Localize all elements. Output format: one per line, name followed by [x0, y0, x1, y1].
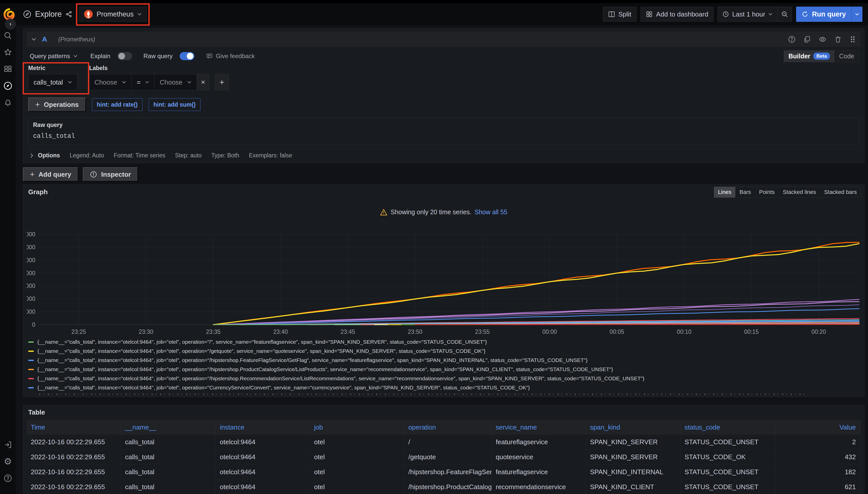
table-row[interactable]: 2022-10-16 00:22:29.655calls_totalotelco…: [27, 450, 861, 464]
add-to-dashboard-button[interactable]: Add to dashboard: [640, 7, 713, 22]
legend-item[interactable]: {__name__="calls_total", instance="otelc…: [28, 383, 861, 392]
table-cell: /hipstershop.FeatureFlagServi...: [404, 464, 492, 479]
legend-item[interactable]: {__name__="calls_total", instance="otelc…: [28, 346, 861, 356]
split-button[interactable]: Split: [603, 7, 637, 22]
graph-style-bars[interactable]: Bars: [735, 187, 755, 197]
option-summary-item: Step: auto: [175, 152, 202, 159]
add-query-button[interactable]: + Add query: [23, 167, 78, 182]
graph-style-lines[interactable]: Lines: [714, 187, 736, 197]
hide-response-eye-icon[interactable]: [818, 36, 827, 43]
table-cell: /: [404, 435, 492, 449]
give-feedback-link[interactable]: Give feedback: [206, 53, 255, 60]
share-icon[interactable]: [65, 11, 72, 18]
search-icon[interactable]: [3, 31, 13, 40]
table-cell: 182: [775, 464, 861, 479]
table-cell: calls_total: [121, 464, 216, 479]
metric-select[interactable]: calls_total: [28, 74, 77, 90]
column-header-statuscode[interactable]: status_code: [681, 420, 775, 435]
hint-add-sum-button[interactable]: hint: add sum(): [149, 98, 200, 111]
chevron-down-icon: [73, 54, 78, 58]
column-header-servicename[interactable]: service_name: [492, 420, 586, 435]
legend-item[interactable]: {__name__="calls_total", instance="otelc…: [28, 374, 861, 383]
add-operation-button[interactable]: + Operations: [28, 97, 86, 112]
run-query-dropdown[interactable]: [851, 6, 863, 22]
warning-triangle-icon: [380, 209, 387, 216]
warning-text: Showing only 20 time series.: [391, 208, 471, 216]
table-cell: otel: [310, 479, 404, 494]
column-header-name[interactable]: __name__: [121, 420, 216, 435]
chevron-down-icon: [122, 80, 126, 84]
legend-item[interactable]: {__name__="calls_total", instance="otelc…: [28, 365, 861, 374]
show-all-series-link[interactable]: Show all 55: [474, 208, 507, 216]
legend-item[interactable]: {__name__="calls_total", instance="otelc…: [28, 337, 861, 346]
explain-toggle[interactable]: [117, 52, 132, 60]
hint-add-rate-button[interactable]: hint: add rate(): [92, 98, 143, 111]
explain-label: Explain: [90, 53, 110, 60]
code-tab[interactable]: Code: [834, 51, 859, 62]
column-header-time[interactable]: Time: [27, 420, 121, 435]
star-icon[interactable]: [3, 48, 13, 57]
run-query-button[interactable]: Run query: [796, 6, 851, 22]
query-patterns-button[interactable]: Query patterns: [28, 52, 79, 60]
table-row[interactable]: 2022-10-16 00:22:29.655calls_totalotelco…: [27, 435, 861, 450]
time-series-chart[interactable]: 0200040006000800010000120001400023:2523:…: [27, 227, 861, 336]
table-panel-title: Table: [23, 405, 864, 416]
legend-item[interactable]: {__name__="calls_total", instance="otelc…: [28, 356, 861, 365]
table-cell: otelcol:9464: [216, 464, 310, 479]
split-icon: [608, 11, 615, 17]
zoom-out-time-button[interactable]: [777, 7, 792, 22]
option-summary-item: Legend: Auto: [70, 152, 104, 159]
svg-text:23:25: 23:25: [71, 328, 86, 335]
builder-tab[interactable]: Builder Beta: [784, 51, 834, 62]
graph-style-stacked-bars[interactable]: Stacked bars: [820, 187, 861, 197]
alerting-bell-icon[interactable]: [3, 98, 13, 107]
run-query-split-button: Run query: [796, 6, 863, 22]
column-header-operation[interactable]: operation: [404, 420, 492, 435]
dashboards-icon[interactable]: [3, 64, 13, 74]
left-sidebar: ⚙: [0, 25, 16, 494]
datasource-picker[interactable]: Prometheus: [79, 7, 147, 22]
time-range-button[interactable]: Last 1 hour: [718, 7, 777, 22]
sync-icon: [802, 11, 808, 18]
gear-icon[interactable]: ⚙: [3, 457, 13, 466]
help-icon[interactable]: [3, 474, 13, 483]
column-header-instance[interactable]: instance: [216, 420, 310, 435]
query-help-icon[interactable]: [788, 36, 796, 43]
datasource-name: Prometheus: [96, 11, 134, 18]
graph-style-points[interactable]: Points: [755, 187, 779, 197]
drag-grip-icon[interactable]: [849, 36, 856, 43]
raw-query-toggle[interactable]: [180, 52, 194, 60]
label-operator-select[interactable]: =: [132, 74, 155, 90]
label-value-select[interactable]: Choose: [155, 74, 197, 90]
sign-in-icon[interactable]: [3, 440, 13, 449]
legend-series-color: [28, 369, 34, 370]
chevron-down-icon: [145, 80, 149, 84]
metric-value: calls_total: [34, 78, 63, 86]
sidebar-expand-button[interactable]: ›: [5, 19, 16, 30]
builder-label: Builder: [789, 53, 810, 60]
graph-style-stacked-lines[interactable]: Stacked lines: [779, 187, 820, 197]
column-header-spankind[interactable]: span_kind: [586, 420, 681, 435]
column-header-value[interactable]: Value: [775, 420, 861, 435]
explore-compass-icon[interactable]: [3, 81, 13, 90]
chevron-down-icon: [137, 12, 142, 17]
labels-label: Labels: [89, 65, 229, 72]
copy-query-icon[interactable]: [803, 36, 811, 43]
inspector-button[interactable]: Inspector: [83, 167, 138, 182]
grafana-logo[interactable]: [3, 8, 15, 20]
add-label-filter-button[interactable]: +: [215, 74, 229, 90]
remove-label-filter-button[interactable]: ×: [197, 74, 210, 90]
query-row-header[interactable]: A (Prometheus): [27, 32, 861, 47]
chevron-down-icon: [768, 12, 773, 17]
column-header-job[interactable]: job: [310, 420, 404, 435]
query-options-row[interactable]: Options Legend: AutoFormat: Time seriesS…: [28, 149, 859, 160]
graph-panel-title: Graph: [28, 188, 48, 196]
table-row[interactable]: 2022-10-16 00:22:29.655calls_totalotelco…: [27, 479, 861, 494]
label-key-select[interactable]: Choose: [89, 74, 132, 90]
collapse-chevron-icon[interactable]: [31, 37, 36, 42]
table-row[interactable]: 2022-10-16 00:22:29.655calls_totalotelco…: [27, 464, 861, 479]
metric-label: Metric: [28, 65, 77, 72]
time-range-label: Last 1 hour: [732, 11, 765, 18]
time-picker: Last 1 hour: [718, 6, 792, 22]
remove-query-trash-icon[interactable]: [834, 36, 842, 43]
